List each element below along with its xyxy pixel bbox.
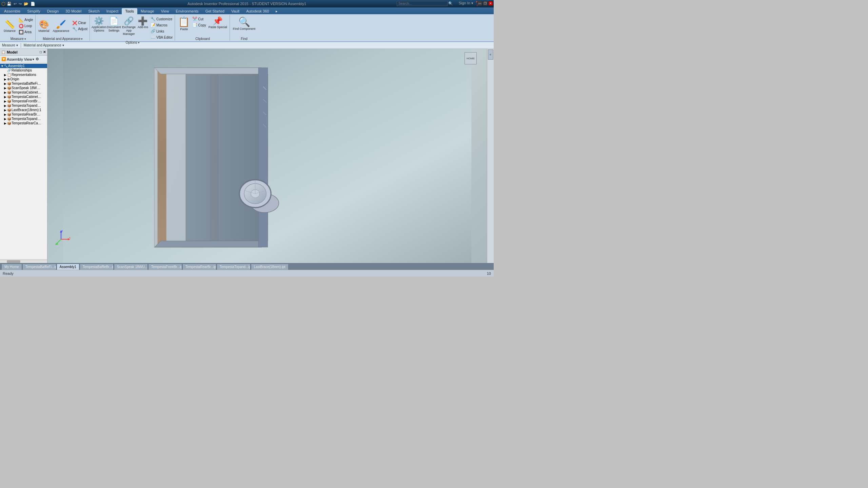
material-button[interactable]: 🎨 Material (38, 19, 51, 33)
tree-item[interactable]: ▶ 📦 TempestaFrontBrace:1 (0, 99, 47, 103)
add-ins-button[interactable]: ➕ Add-Ins (137, 16, 149, 30)
tree-item[interactable]: 🔗 Relationships (0, 68, 47, 73)
tab-assembly1[interactable]: Assembly1 (57, 264, 79, 270)
exchange-app-manager-button[interactable]: 🔗 Exchange App Manager (122, 16, 136, 37)
tab-myhome[interactable]: My Home (1, 264, 22, 270)
tree-item[interactable]: ▶ 📦 ScanSpeak 18WU-4747D0:1 (0, 86, 47, 90)
document-settings-button[interactable]: 📄 Document Settings (107, 16, 121, 33)
qat-redo[interactable]: ↪ (18, 2, 22, 6)
measure-dropdown[interactable]: Measure ▾ (2, 43, 18, 47)
tab-vault[interactable]: Vault (228, 8, 243, 14)
assembly-view-dropdown[interactable]: ▾ (33, 58, 34, 61)
addins-icon: ➕ (138, 16, 148, 26)
tab-tempestabafflefi[interactable]: TempestaBaffleFi...ipt (22, 264, 56, 270)
qat-save[interactable]: 💾 (6, 2, 12, 6)
cut-button[interactable]: ✂️ Cut (192, 16, 206, 22)
tab-design[interactable]: Design (44, 8, 62, 14)
model-panel-title: Model (7, 50, 18, 54)
tree-item[interactable]: ▶ 📦 TempestaRearCabinetPart(18mm):1 (0, 121, 47, 125)
tree-item[interactable]: ▼ 🔧 Assembly1 (0, 64, 47, 68)
tab-extra[interactable]: ▸ (272, 8, 281, 14)
tab-tools[interactable]: Tools (122, 8, 137, 14)
restore-button[interactable]: ❒ (483, 1, 488, 6)
measure-distance-button[interactable]: 📏 Distance (3, 19, 17, 33)
paste-special-button[interactable]: 📌 Paste Special (208, 16, 228, 30)
model-panel-icon: 📋 (1, 50, 5, 54)
material-appearance-dropdown[interactable]: Material and Appearance ▾ (24, 43, 64, 47)
application-options-button[interactable]: ⚙️ Application Options (92, 16, 106, 33)
clear-button[interactable]: ❌ Clear (72, 20, 88, 26)
material-group-dropdown[interactable]: ▾ (81, 37, 83, 41)
paste-button[interactable]: 📋 Paste (177, 16, 191, 32)
tree-options-icon[interactable]: ⚙ (36, 57, 39, 61)
find-component-button[interactable]: 🔍 Find Component (232, 16, 257, 32)
distance-icon: 📏 (5, 20, 15, 29)
tab-autodesk360[interactable]: Autodesk 360 (243, 8, 272, 14)
signin-button[interactable]: Sign In ▾ (459, 1, 473, 5)
qat-open[interactable]: 📂 (23, 2, 29, 6)
tree-scrollbar[interactable] (0, 260, 47, 263)
tree-item[interactable]: ▶ 📋 Representations (0, 73, 47, 77)
scroll-thumb[interactable] (7, 260, 20, 263)
3d-model-view (47, 49, 487, 263)
clipboard-group-label: Clipboard (195, 37, 210, 41)
copy-button[interactable]: 📑 Copy (192, 22, 206, 28)
tree-item[interactable]: ▶ 📦 TempestaRearBract:1 (0, 112, 47, 117)
viewcube[interactable]: HOME (465, 52, 477, 64)
loop-icon: ⭕ (19, 24, 24, 28)
svg-text:X: X (69, 236, 71, 239)
tab-scanspeak[interactable]: ScanSpeak 18WU...ipt (114, 264, 148, 270)
tree-item[interactable]: ▶ 📦 TempestaCabinetSides(18mm):4 (0, 95, 47, 99)
qat-new[interactable]: 📄 (30, 2, 36, 6)
vba-editor-button[interactable]: ⌨️ VBA Editor (150, 35, 173, 40)
svg-rect-2 (158, 68, 166, 247)
model-panel-close[interactable]: ✕ (43, 50, 46, 54)
measure-group-dropdown[interactable]: ▾ (24, 37, 26, 41)
tree-item[interactable]: ▶ 📦 LastBrace(18mm):1 (0, 108, 47, 112)
tree-item[interactable]: ▶ 📦 TempestaBaffleFinal:1 (0, 81, 47, 86)
search-input[interactable] (397, 1, 448, 6)
options-group-dropdown[interactable]: ▾ (138, 41, 140, 44)
tab-lastbrace[interactable]: LastBrace(18mm).ipt (251, 264, 289, 270)
tab-assemble[interactable]: Assemble (1, 8, 24, 14)
tree-item[interactable]: ▶ 📦 TempestaCabinetSides(18mm):3 (0, 90, 47, 95)
macros-button[interactable]: 📝 Macros (150, 22, 173, 28)
measure-angle-button[interactable]: 📐 Angle (18, 17, 34, 23)
model-panel-expand[interactable]: □ (40, 50, 42, 54)
ribbon-group-find: 🔍 Find Component Find (231, 15, 258, 41)
filter-icon[interactable]: 🔽 (1, 57, 6, 61)
tree-item[interactable]: ▶ 📦 TempestaTopandBottomCabinetPart(18… (0, 117, 47, 121)
tab-sketch[interactable]: Sketch (85, 8, 103, 14)
measure-group-label: Measure (11, 37, 24, 41)
view-btn-1[interactable]: ≡ (488, 49, 493, 60)
customize-button[interactable]: 🔧 Customize (150, 16, 173, 22)
exchange-icon: 🔗 (124, 16, 134, 26)
adjust-button[interactable]: 🔧 Adjust (72, 26, 88, 32)
svg-marker-4 (186, 68, 268, 247)
tab-tempestatopand[interactable]: TempestaTopand...ipt (217, 264, 251, 270)
tab-manage[interactable]: Manage (137, 8, 158, 14)
material-label: Material and Appearance ▾ (24, 43, 64, 47)
tab-getstarted[interactable]: Get Started (202, 8, 228, 14)
measure-loop-button[interactable]: ⭕ Loop (18, 23, 34, 29)
tab-view[interactable]: View (158, 8, 173, 14)
measure-area-button[interactable]: 🔲 Area (18, 29, 34, 35)
tab-simplify[interactable]: Simplify (24, 8, 44, 14)
tree-item[interactable]: ▶ 📦 TempestaTopandBottomCabinetPart(18… (0, 103, 47, 108)
vba-icon: ⌨️ (151, 35, 156, 40)
tree-item[interactable]: ▶ ⊕ Origin (0, 77, 47, 81)
tab-tempestabafflebr[interactable]: TempestaBaffleBr...ipt (80, 264, 114, 270)
close-button[interactable]: ✕ (488, 1, 493, 6)
tab-environments[interactable]: Environments (172, 8, 202, 14)
tab-3dmodel[interactable]: 3D Model (62, 8, 85, 14)
links-button[interactable]: 🔗 Links (150, 28, 173, 34)
app-options-icon: ⚙️ (94, 16, 104, 26)
copy-icon: 📑 (192, 23, 197, 27)
appearance-button[interactable]: 🖌️ Appearance (52, 19, 71, 33)
tab-tempestarearbr[interactable]: TempestaRearBr...ipt (182, 264, 216, 270)
minimize-button[interactable]: — (477, 1, 482, 6)
tab-inspect[interactable]: Inspect (103, 8, 122, 14)
search-icon[interactable]: 🔍 (448, 1, 453, 6)
qat-undo[interactable]: ↩ (13, 2, 17, 6)
tab-tempestafrontbr[interactable]: TempestaFrontBr...ipt (148, 264, 182, 270)
